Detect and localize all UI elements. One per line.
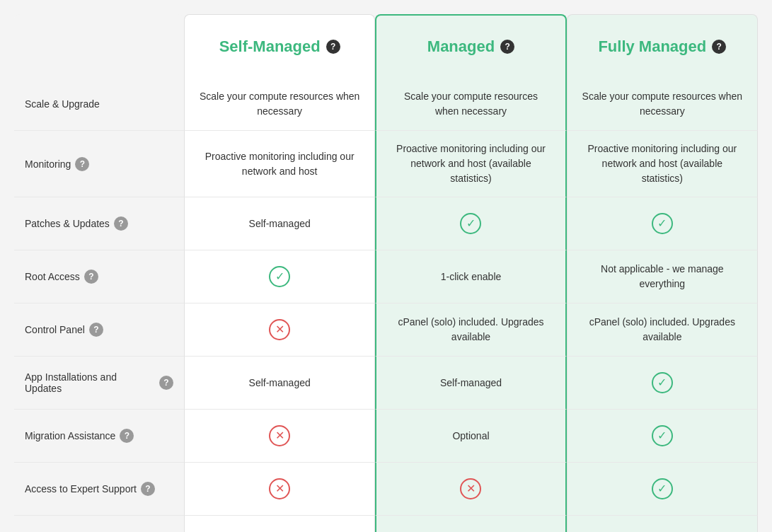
row-help-icon-2[interactable]: ? xyxy=(114,216,128,231)
cell-self-5: Self-managed xyxy=(184,357,375,410)
help-icon-self[interactable]: ? xyxy=(326,40,340,54)
cell-self-6: ✕ xyxy=(184,410,375,463)
cell-self-1: Proactive monitoring including our netwo… xyxy=(184,131,375,197)
row-label-text-0: Scale & Upgrade xyxy=(25,98,100,110)
cell-self-4: ✕ xyxy=(184,303,375,357)
cross-icon: ✕ xyxy=(460,478,481,499)
cell-text: Proactive monitoring including our netwo… xyxy=(391,141,551,186)
col-header-fully: Fully Managed? xyxy=(567,14,758,78)
cell-fully-2: ✓ xyxy=(567,197,758,250)
row-label-text-7: Access to Expert Support xyxy=(25,483,137,495)
row-label-text-1: Monitoring xyxy=(25,158,71,170)
cell-fully-1: Proactive monitoring including our netwo… xyxy=(567,131,758,197)
cell-text: Scale your compute resources when necess… xyxy=(391,89,551,119)
row-help-icon-3[interactable]: ? xyxy=(84,270,98,284)
cell-self-7: ✕ xyxy=(184,463,375,516)
cell-fully-3: Not applicable - we manage everything xyxy=(567,250,758,303)
cross-icon: ✕ xyxy=(269,425,290,446)
row-label-text-6: Migration Assistance xyxy=(25,430,115,441)
row-label-7: Access to Expert Support? xyxy=(14,463,184,516)
cell-text: Optional xyxy=(452,429,489,444)
row-help-icon-7[interactable]: ? xyxy=(141,482,155,496)
cell-self-8: 2 xyxy=(184,516,375,532)
check-icon: ✓ xyxy=(652,478,673,499)
comparison-table: Self-Managed?Managed?Fully Managed?Scale… xyxy=(14,14,758,532)
cell-managed-3: 1-click enable xyxy=(375,250,566,303)
check-icon: ✓ xyxy=(460,213,481,234)
row-label-1: Monitoring? xyxy=(14,131,184,197)
cell-text: 1-click enable xyxy=(441,270,502,284)
cell-managed-5: Self-managed xyxy=(375,357,566,410)
col-title-managed: Managed xyxy=(427,37,495,56)
help-icon-managed[interactable]: ? xyxy=(500,40,514,54)
cell-fully-5: ✓ xyxy=(567,357,758,410)
row-label-0: Scale & Upgrade xyxy=(14,78,184,131)
cell-managed-2: ✓ xyxy=(375,197,566,250)
row-help-icon-1[interactable]: ? xyxy=(75,157,89,171)
cell-fully-6: ✓ xyxy=(567,410,758,463)
cell-self-3: ✓ xyxy=(184,250,375,303)
cell-managed-6: Optional xyxy=(375,410,566,463)
check-icon: ✓ xyxy=(652,425,673,446)
row-label-text-5: App Installations and Updates xyxy=(25,371,155,394)
col-header-managed: Managed? xyxy=(375,14,566,78)
cell-managed-4: cPanel (solo) included. Upgrades availab… xyxy=(375,303,566,357)
cell-text: cPanel (solo) included. Upgrades availab… xyxy=(582,315,743,345)
row-label-text-2: Patches & Updates xyxy=(25,218,110,229)
row-label-3: Root Access? xyxy=(14,250,184,303)
row-label-text-3: Root Access xyxy=(25,271,80,282)
cross-icon: ✕ xyxy=(269,478,290,499)
cell-managed-1: Proactive monitoring including our netwo… xyxy=(375,131,566,197)
row-label-2: Patches & Updates? xyxy=(14,197,184,250)
header-empty xyxy=(14,14,184,78)
col-title-self: Self-Managed xyxy=(219,37,321,56)
cell-self-0: Scale your compute resources when necess… xyxy=(184,78,375,131)
cell-text: Self-managed xyxy=(249,376,311,391)
cell-text: Not applicable - we manage everything xyxy=(582,262,743,291)
cell-managed-7: ✕ xyxy=(375,463,566,516)
cell-text: Proactive monitoring including our netwo… xyxy=(199,149,360,179)
row-help-icon-5[interactable]: ? xyxy=(159,376,173,390)
cross-icon: ✕ xyxy=(269,319,290,340)
cell-managed-8: 2 xyxy=(375,516,566,532)
cell-text: Proactive monitoring including our netwo… xyxy=(582,141,743,186)
row-label-8: Dedicated IP addresses? xyxy=(14,516,184,532)
check-icon: ✓ xyxy=(269,266,290,287)
cell-text: Self-managed xyxy=(249,216,311,231)
col-title-fully: Fully Managed xyxy=(598,37,706,56)
row-help-icon-4[interactable]: ? xyxy=(89,323,103,337)
cell-fully-0: Scale your compute resources when necess… xyxy=(567,78,758,131)
help-icon-fully[interactable]: ? xyxy=(712,40,726,54)
cell-text: Scale your compute resources when necess… xyxy=(199,89,360,119)
row-label-4: Control Panel? xyxy=(14,303,184,357)
col-header-self: Self-Managed? xyxy=(184,14,375,78)
cell-self-2: Self-managed xyxy=(184,197,375,250)
cell-text: Self-managed xyxy=(440,376,502,391)
cell-fully-4: cPanel (solo) included. Upgrades availab… xyxy=(567,303,758,357)
check-icon: ✓ xyxy=(652,372,673,393)
row-label-5: App Installations and Updates? xyxy=(14,357,184,410)
row-label-text-4: Control Panel xyxy=(25,324,85,335)
row-help-icon-6[interactable]: ? xyxy=(120,429,134,443)
cell-text: Scale your compute resources when necess… xyxy=(582,89,743,119)
check-icon: ✓ xyxy=(652,213,673,234)
cell-fully-7: ✓ xyxy=(567,463,758,516)
cell-managed-0: Scale your compute resources when necess… xyxy=(375,78,566,131)
cell-fully-8: 2 xyxy=(567,516,758,532)
row-label-6: Migration Assistance? xyxy=(14,410,184,463)
cell-text: cPanel (solo) included. Upgrades availab… xyxy=(391,315,551,345)
